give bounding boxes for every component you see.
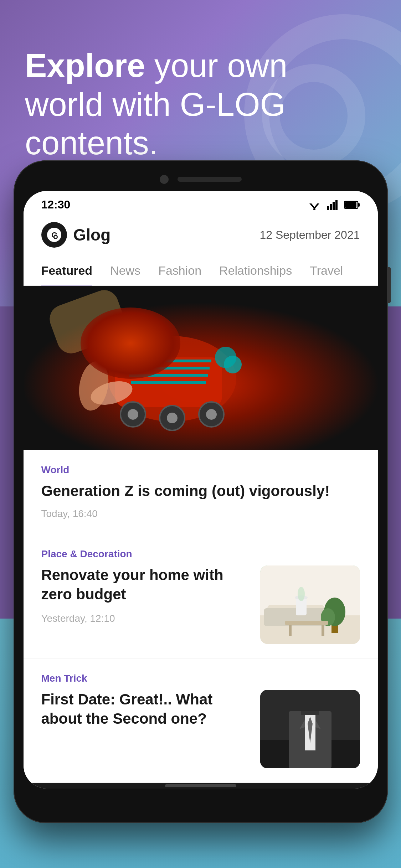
glog-logo-svg: G: [46, 227, 62, 243]
article2-time: Yesterday, 12:10: [41, 613, 250, 624]
phone-body: 12:30: [14, 160, 388, 823]
svg-point-14: [55, 236, 57, 238]
article3-thumbnail-inner: [260, 690, 360, 768]
tab-featured[interactable]: Featured: [41, 257, 93, 286]
svg-rect-44: [322, 625, 324, 636]
svg-point-41: [298, 587, 305, 601]
tab-news[interactable]: News: [110, 257, 140, 286]
home-bar: [165, 784, 236, 787]
article2-title: Renovate your home with zero budget: [41, 565, 250, 604]
svg-rect-43: [289, 625, 292, 636]
phone-notch: [24, 170, 378, 188]
article3-row: First Date: Great!.. What about the Seco…: [41, 690, 360, 768]
article3-text: First Date: Great!.. What about the Seco…: [41, 690, 250, 736]
article3-title: First Date: Great!.. What about the Seco…: [41, 690, 250, 729]
article3-img-svg: [260, 690, 360, 768]
logo-text: Glog: [73, 225, 111, 244]
svg-rect-10: [345, 202, 356, 208]
app-logo: G Glog: [41, 222, 111, 248]
svg-point-31: [224, 356, 242, 373]
article3-thumbnail: [260, 690, 360, 768]
svg-rect-50: [301, 711, 319, 715]
app-date: 12 September 2021: [259, 228, 360, 242]
svg-rect-4: [327, 206, 329, 210]
svg-point-25: [167, 413, 178, 423]
featured-article-time: Today, 16:40: [41, 508, 360, 520]
status-bar: 12:30: [24, 191, 378, 215]
featured-article-section: World Generation Z is coming (out) vigor…: [24, 450, 378, 534]
article2-text: Renovate your home with zero budget Yest…: [41, 565, 250, 624]
article2-thumbnail-inner: [260, 565, 360, 644]
hero-headline: Explore your ownworld with G-LOGcontents…: [25, 46, 287, 162]
battery-icon: [344, 200, 360, 210]
phone-screen: 12:30: [24, 191, 378, 789]
article2-section: Place & Decoration Renovate your home wi…: [24, 534, 378, 658]
side-button: [388, 267, 391, 303]
featured-article-category: World: [41, 464, 360, 476]
svg-rect-9: [358, 203, 360, 207]
phone-mockup: 12:30: [14, 160, 388, 823]
svg-rect-5: [330, 204, 332, 210]
page-wrapper: Explore your ownworld with G-LOGcontents…: [0, 0, 401, 868]
tab-relationships[interactable]: Relationships: [219, 257, 292, 286]
hero-text-block: Explore your ownworld with G-LOGcontents…: [25, 46, 287, 162]
logo-icon: G: [41, 222, 67, 248]
svg-rect-6: [333, 202, 335, 210]
article3-category: Men Trick: [41, 673, 360, 684]
tab-fashion[interactable]: Fashion: [158, 257, 201, 286]
article2-img-svg: [260, 565, 360, 644]
svg-rect-7: [335, 200, 338, 210]
wifi-icon: [308, 200, 321, 210]
signal-icon: [326, 200, 339, 210]
app-header: G Glog 12 September 2021: [24, 215, 378, 257]
article2-row: Renovate your home with zero budget Yest…: [41, 565, 360, 644]
svg-rect-42: [285, 621, 328, 625]
speaker-notch: [178, 177, 242, 182]
featured-image: [24, 286, 378, 450]
featured-image-svg: [24, 286, 378, 450]
featured-article-title: Generation Z is coming (out) vigorously!: [41, 481, 360, 501]
camera-notch: [160, 175, 169, 184]
article3-section: Men Trick First Date: Great!.. What abou…: [24, 658, 378, 783]
article2-category: Place & Decoration: [41, 548, 360, 560]
status-icons: [308, 200, 360, 210]
svg-point-23: [128, 409, 138, 420]
svg-point-3: [313, 208, 315, 210]
status-time: 12:30: [41, 198, 71, 211]
nav-tabs: Featured News Fashion Relationships Trav…: [24, 257, 378, 286]
hero-headline-bold: Explore: [25, 47, 145, 84]
article2-thumbnail: [260, 565, 360, 644]
home-indicator: [24, 783, 378, 789]
svg-point-27: [206, 409, 217, 420]
tab-travel[interactable]: Travel: [310, 257, 343, 286]
